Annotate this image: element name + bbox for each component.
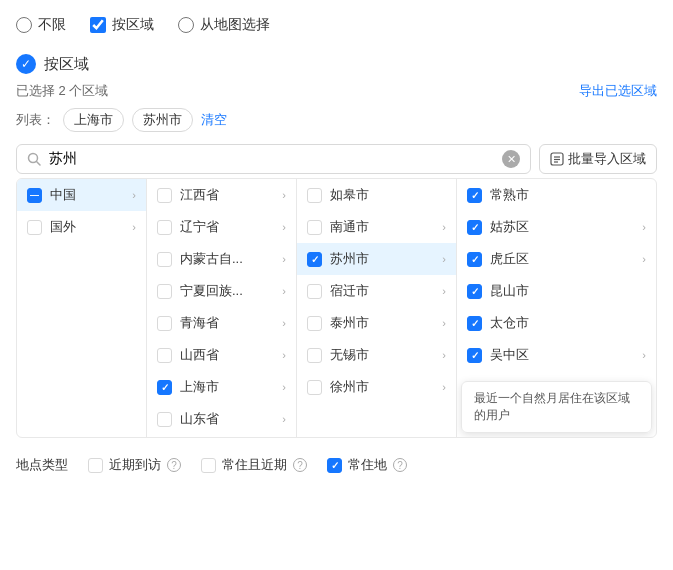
column-country: 中国 › 国外 › (17, 179, 147, 437)
col2-item-suqian[interactable]: 宿迁市 › (297, 275, 456, 307)
section-title: 按区域 (44, 55, 89, 74)
col3-item-wuzhong[interactable]: 吴中区 › (457, 339, 656, 371)
clear-button[interactable]: 清空 (201, 111, 227, 129)
col2-item-taizhou[interactable]: 泰州市 › (297, 307, 456, 339)
tooltip-text: 最近一个自然月居住在该区域的用户 (474, 391, 630, 422)
checkbox-wuzhong[interactable] (467, 348, 482, 363)
column-city: 如皋市 南通市 › 苏州市 › 宿迁市 › 泰州市 › 无锡市 › (297, 179, 457, 437)
col1-label-ningxia: 宁夏回族... (180, 282, 243, 300)
search-icon (27, 152, 41, 166)
checkbox-wuxi[interactable] (307, 348, 322, 363)
col2-label-wuxi: 无锡市 (330, 346, 369, 364)
checkbox-huqiu[interactable] (467, 252, 482, 267)
arrow-china: › (132, 189, 136, 201)
checkbox-nantong[interactable] (307, 220, 322, 235)
checkbox-abroad[interactable] (27, 220, 42, 235)
checkbox-shanxi[interactable] (157, 348, 172, 363)
col3-label-gusu: 姑苏区 (490, 218, 529, 236)
checkbox-shandong[interactable] (157, 412, 172, 427)
col1-item-liaoning[interactable]: 辽宁省 › (147, 211, 296, 243)
selected-info-row: 已选择 2 个区域 导出已选区域 (16, 82, 657, 100)
col1-label-jiangxi: 江西省 (180, 186, 219, 204)
col3-item-changshu[interactable]: 常熟市 (457, 179, 656, 211)
col2-label-suqian: 宿迁市 (330, 282, 369, 300)
checkbox-shanghai[interactable] (157, 380, 172, 395)
checkbox-permanent-home[interactable] (327, 458, 342, 473)
by-region-label: 按区域 (112, 16, 154, 34)
col3-label-kunshan: 昆山市 (490, 282, 529, 300)
col1-item-innermongolia[interactable]: 内蒙古自... › (147, 243, 296, 275)
col1-item-shanxi[interactable]: 山西省 › (147, 339, 296, 371)
col2-item-rugao[interactable]: 如皋市 (297, 179, 456, 211)
location-type-label: 地点类型 (16, 456, 68, 474)
col3-label-changshu: 常熟市 (490, 186, 529, 204)
col0-label-china: 中国 (50, 186, 76, 204)
batch-import-button[interactable]: 批量导入区域 (539, 144, 657, 174)
tag-shanghai[interactable]: 上海市 (63, 108, 124, 132)
unlimited-label: 不限 (38, 16, 66, 34)
tooltip-box: 最近一个自然月居住在该区域的用户 (461, 381, 652, 433)
col3-label-taicang: 太仓市 (490, 314, 529, 332)
selected-count: 已选择 2 个区域 (16, 82, 108, 100)
col2-item-suzhou[interactable]: 苏州市 › (297, 243, 456, 275)
checkbox-china[interactable] (27, 188, 42, 203)
col0-item-china[interactable]: 中国 › (17, 179, 146, 211)
checkbox-rugao[interactable] (307, 188, 322, 203)
export-link[interactable]: 导出已选区域 (579, 82, 657, 100)
checkbox-recent-visit[interactable] (88, 458, 103, 473)
col1-label-shandong: 山东省 (180, 410, 219, 428)
col1-item-qinghai[interactable]: 青海省 › (147, 307, 296, 339)
checkbox-innermongolia[interactable] (157, 252, 172, 267)
column-province: 江西省 › 辽宁省 › 内蒙古自... › 宁夏回族... › 青海省 › 山西… (147, 179, 297, 437)
col2-label-rugao: 如皋市 (330, 186, 369, 204)
col1-label-liaoning: 辽宁省 (180, 218, 219, 236)
col3-label-wuzhong: 吴中区 (490, 346, 529, 364)
col0-label-abroad: 国外 (50, 218, 76, 236)
from-map-option[interactable]: 从地图选择 (178, 16, 270, 34)
tags-row: 列表： 上海市 苏州市 清空 (16, 108, 657, 132)
checkbox-changshu[interactable] (467, 188, 482, 203)
location-type-row: 地点类型 近期到访 ? 常住且近期 ? 常住地 ? (16, 452, 657, 474)
col2-label-taizhou: 泰州市 (330, 314, 369, 332)
col3-item-gusu[interactable]: 姑苏区 › (457, 211, 656, 243)
search-input[interactable] (49, 151, 494, 167)
checkbox-liaoning[interactable] (157, 220, 172, 235)
list-label: 列表： (16, 111, 55, 129)
section-check-icon: ✓ (16, 54, 36, 74)
col2-item-wuxi[interactable]: 无锡市 › (297, 339, 456, 371)
col0-item-abroad[interactable]: 国外 › (17, 211, 146, 243)
col2-item-xuzhou[interactable]: 徐州市 › (297, 371, 456, 403)
checkbox-qinghai[interactable] (157, 316, 172, 331)
col3-label-huqiu: 虎丘区 (490, 250, 529, 268)
col1-label-qinghai: 青海省 (180, 314, 219, 332)
checkbox-resident-recent[interactable] (201, 458, 216, 473)
checkbox-jiangxi[interactable] (157, 188, 172, 203)
col3-item-huqiu[interactable]: 虎丘区 › (457, 243, 656, 275)
lt-item-recent-visit: 近期到访 ? (88, 456, 181, 474)
checkbox-xuzhou[interactable] (307, 380, 322, 395)
col2-item-nantong[interactable]: 南通市 › (297, 211, 456, 243)
checkbox-taizhou[interactable] (307, 316, 322, 331)
col1-item-ningxia[interactable]: 宁夏回族... › (147, 275, 296, 307)
tag-suzhou[interactable]: 苏州市 (132, 108, 193, 132)
col1-item-jiangxi[interactable]: 江西省 › (147, 179, 296, 211)
col3-item-taicang[interactable]: 太仓市 (457, 307, 656, 339)
search-clear-icon[interactable]: ✕ (502, 150, 520, 168)
checkbox-kunshan[interactable] (467, 284, 482, 299)
by-region-option[interactable]: 按区域 (90, 16, 154, 34)
unlimited-option[interactable]: 不限 (16, 16, 66, 34)
col3-item-kunshan[interactable]: 昆山市 (457, 275, 656, 307)
col1-item-shanghai[interactable]: 上海市 › (147, 371, 296, 403)
col1-item-shandong[interactable]: 山东省 › (147, 403, 296, 435)
lt-label-resident-recent: 常住且近期 (222, 456, 287, 474)
col1-label-shanghai: 上海市 (180, 378, 219, 396)
checkbox-taicang[interactable] (467, 316, 482, 331)
checkbox-gusu[interactable] (467, 220, 482, 235)
checkbox-ningxia[interactable] (157, 284, 172, 299)
help-icon-permanent-home[interactable]: ? (393, 458, 407, 472)
checkbox-suzhou[interactable] (307, 252, 322, 267)
help-icon-resident-recent[interactable]: ? (293, 458, 307, 472)
help-icon-recent-visit[interactable]: ? (167, 458, 181, 472)
checkbox-suqian[interactable] (307, 284, 322, 299)
column-district: 常熟市 姑苏区 › 虎丘区 › 昆山市 太仓市 吴中区 › 最近一个自然月居住在… (457, 179, 656, 437)
